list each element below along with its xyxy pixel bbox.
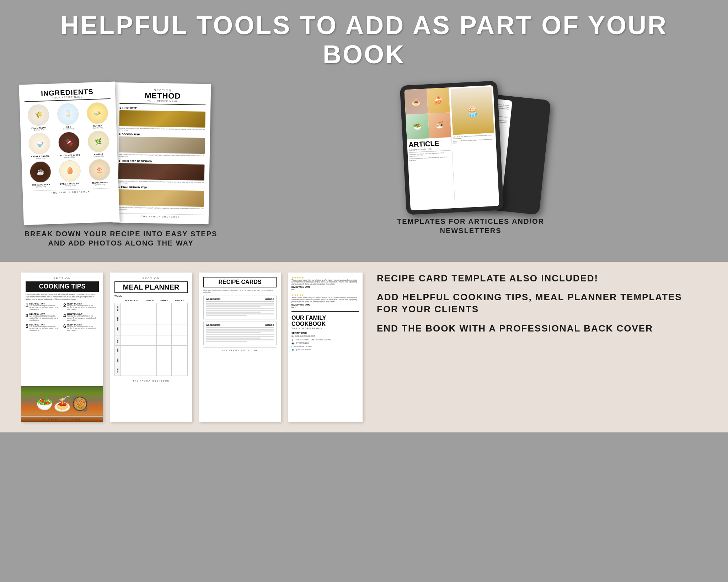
ingredient-butter: 🧈 BUTTER Quantity: 250g [83, 102, 111, 129]
recipe-card-2-lines [206, 329, 274, 342]
step1-text: Detail the steps required in your recipe… [119, 127, 205, 133]
cooking-tips-title: COOKING TIPS [26, 281, 99, 292]
card-line [206, 303, 274, 304]
instagram-icon: 📷 [291, 342, 295, 345]
card-line [206, 315, 247, 316]
contact-section: GET IN TOUCH ✉ EMAIL@YOUREMAIL.COM 🎙 POD… [291, 332, 359, 351]
card-line [206, 336, 274, 337]
hint-1: 1 HELPFUL HINT Add your tips and helpful… [26, 303, 61, 311]
caption-right: TEMPLATES FOR ARTICLES AND/OR NEWSLETTER… [382, 217, 560, 235]
hint-5: 5 HELPFUL HINT Add your tips and helpful… [26, 324, 61, 332]
side-desc-3: END THE BOOK WITH A PROFESSIONAL BACK CO… [377, 323, 707, 335]
step3-image [118, 163, 205, 180]
recipe-card-1: INGREDIENTS METHOD [203, 296, 277, 319]
week-label: WEEK: [114, 295, 188, 297]
card-line [206, 306, 261, 307]
ingredients-title-area: INGREDIENTS YOUR RECIPE NAME [24, 87, 111, 102]
table-row: WED [115, 324, 188, 335]
review-1-stars: ★★★★★ [291, 276, 359, 279]
review-2-name: REVIEW FROM NAME [291, 304, 359, 306]
email-icon: ✉ [291, 335, 294, 338]
hint-6-text: Add your tips and helpful hints in this … [67, 326, 99, 332]
card-line [206, 310, 274, 311]
hints-grid: 1 HELPFUL HINT Add your tips and helpful… [26, 303, 99, 332]
twitter-icon: 🐦 [291, 349, 295, 351]
snacks-header: SNACKS [171, 298, 187, 303]
card1-ingredients-label: INGREDIENTS [206, 298, 220, 300]
hint-2-text: Add your tips and helpful hints in this … [67, 305, 99, 311]
card-line [206, 332, 261, 333]
review-1-name: REVIEW FROM NAME [291, 286, 359, 288]
method-title-area: SECTION METHOD YOUR RECIPE NAME [119, 88, 206, 105]
deco-image: 🎂 [88, 159, 110, 181]
contact-twitter: 🐦 @TWITTER HANDLE [291, 349, 359, 351]
top-section: HELPFUL TOOLS TO ADD AS PART OF YOUR BOO… [0, 0, 728, 262]
choc-image: 🍫 [58, 131, 80, 153]
tablet-front-screen: 🍝 🍰 🥗 🍜 ARTICLE SUBHEADING GOES HERE [404, 85, 499, 211]
tablet-front: 🍝 🍰 🥗 🍜 ARTICLE SUBHEADING GOES HERE [400, 81, 504, 215]
hint-4: 4 HELPFUL HINT Add your tips and helpful… [63, 313, 99, 322]
hint-6: 6 HELPFUL HINT Add your tips and helpful… [63, 324, 99, 332]
review-1: ★★★★★ "Paste a recent review from your c… [291, 276, 359, 291]
method-page: SECTION METHOD YOUR RECIPE NAME 1- FIRST… [113, 82, 211, 224]
hint-2-number: 2 [63, 303, 66, 308]
recipe-pages-area: INGREDIENTS YOUR RECIPE NAME 🌾 PLAIN FLO… [21, 83, 220, 248]
facebook-icon: f [291, 345, 292, 348]
sugar-image: 🍚 [28, 133, 50, 155]
ingredient-flour: 🌾 PLAIN FLOUR Quantity: 250g [25, 104, 53, 131]
card-line [206, 339, 274, 340]
step3-title: 3- THIRD STEP OF METHOD [119, 160, 205, 163]
review-2: ★★★★★ "Paste a recent review from your c… [291, 293, 359, 308]
hint-5-text: Add your tips and helpful hints in this … [30, 326, 61, 332]
friday-cell: FRI [115, 345, 121, 355]
review-2-date: DATE [291, 307, 359, 308]
table-row: FRI [115, 345, 188, 355]
meal-planner-page: SECTION MEAL PLANNER WEEK: BREAKFAST LUN… [110, 273, 192, 422]
ingredients-footer: THE FAMILY COOKBOOK [28, 188, 114, 195]
step4-image [118, 189, 204, 207]
table-row: MON [115, 303, 188, 314]
facebook-text: YOUR FACEBOOK PAGE [293, 346, 312, 347]
card-line [206, 338, 261, 339]
recipe-cards-desc: Write down your favourite recipes on the… [203, 290, 277, 294]
hint-6-content: HELPFUL HINT Add your tips and helpful h… [67, 324, 99, 332]
hint-4-number: 4 [63, 313, 66, 318]
ingredient-deco: 🎂 DECORATIONS Quantity: 250g [85, 159, 113, 186]
recipe-card-2-header: INGREDIENTS METHOD [206, 324, 274, 328]
hint-2: 2 HELPFUL HINT Add your tips and helpful… [63, 303, 99, 311]
meal-planner-footer: THE FAMILY COOKBOOK [114, 376, 188, 382]
dinner-header: DINNER [157, 298, 172, 303]
side-desc-2: ADD HELPFUL COOKING TIPS, MEAL PLANNER T… [377, 291, 707, 316]
ingredient-choc: 🍫 CHOCOLATE CHIPS Quantity: 250g [55, 131, 83, 159]
card-line [206, 329, 274, 330]
table-row: THU [115, 335, 188, 345]
step4-title: 4- FINAL METHOD STEP [118, 186, 204, 190]
hint-1-text: Add your tips and helpful hints in this … [30, 305, 61, 311]
card2-method-label: METHOD [265, 324, 274, 326]
day-header [115, 298, 121, 303]
hint-3-number: 3 [26, 313, 28, 318]
ingredient-milk: 🥛 MILK Quantity: 250g [54, 103, 82, 130]
tablets-area: ARTICLE SUBHEADING GOES HERE Lorem ipsum… [235, 83, 707, 235]
hint-4-content: HELPFUL HINT Add your tips and helpful h… [67, 313, 99, 322]
back-cover-bottom: OUR FAMILY COOKBOOK THE HOLDEN FAMILY GE… [291, 311, 359, 351]
podcast-icon: 🎙 [291, 339, 294, 341]
recipe-cards-title: RECIPE CARDS [207, 279, 273, 285]
twitter-text: @TWITTER HANDLE [296, 349, 311, 351]
thursday-cell: THU [115, 335, 121, 345]
contact-podcast: 🎙 PODCASTS.APPLE.COM/ YOURPODCASTNAME [291, 339, 359, 341]
card1-method-label: METHOD [265, 298, 274, 300]
saturday-cell: SAT [115, 355, 121, 365]
cookbook-title: OUR FAMILY COOKBOOK [291, 315, 359, 327]
meal-planner-title: MEAL PLANNER [114, 281, 188, 293]
cooking-tips-page: SECTION COOKING TIPS Lorem ipsum dolor s… [21, 273, 103, 422]
card-line [206, 313, 274, 314]
tuesday-cell: TUE [115, 314, 121, 324]
breakfast-header: BREAKFAST [121, 298, 143, 303]
hint-5-content: HELPFUL HINT Add your tips and helpful h… [30, 324, 61, 332]
table-row: SUN [115, 365, 188, 376]
step3-text: Detail the steps required in your recipe… [118, 180, 204, 185]
card-line [206, 312, 261, 313]
ingredients-page: INGREDIENTS YOUR RECIPE NAME 🌾 PLAIN FLO… [19, 81, 120, 225]
ingredient-egg: 🥚 FREE RANGE EGG Quantity: 250g [56, 160, 84, 187]
